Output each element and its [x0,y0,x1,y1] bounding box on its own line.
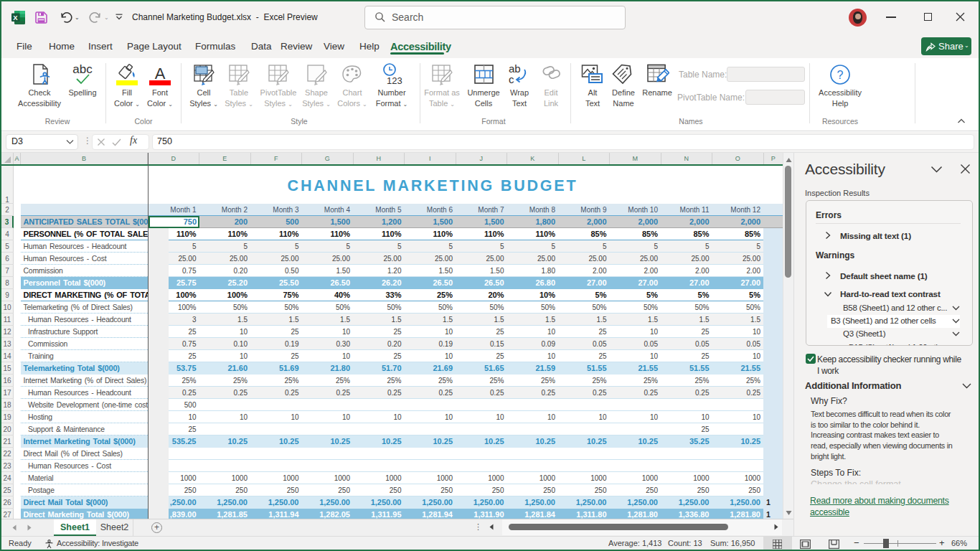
svg-text:c: c [509,73,514,85]
svg-text:X: X [13,14,18,22]
svg-text:A: A [155,65,166,83]
svg-text:123: 123 [387,75,402,86]
svg-text:?: ? [837,69,844,81]
svg-text:abc: abc [72,63,93,76]
